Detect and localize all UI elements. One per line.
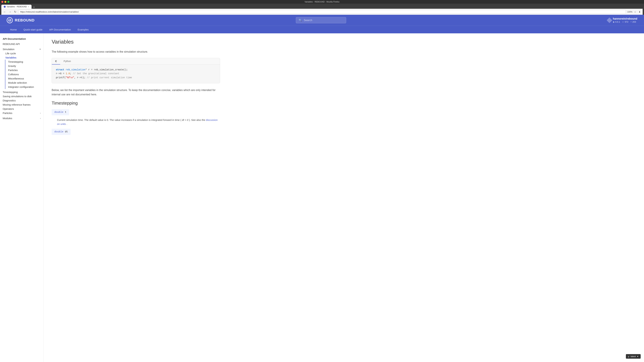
sidebar-section-title: API Documentation — [3, 37, 41, 40]
download-button[interactable]: ⬇ — [638, 10, 641, 13]
tab-label: Variables - REBOUND — [7, 5, 27, 8]
site-logo[interactable]: REBOUND — [7, 17, 34, 23]
user-diamond-icon — [606, 17, 612, 23]
window-controls[interactable] — [1, 1, 10, 3]
forks-info: ⑂ 203 — [630, 21, 636, 23]
timestepping-section-title: Timestepping — [52, 100, 220, 106]
sidebar-item-miscellaneous[interactable]: Miscellaneous — [5, 76, 41, 81]
tab-favicon — [4, 6, 6, 8]
var-t-description: Current simulation time. The default val… — [57, 118, 220, 126]
sidebar-item-timestepping-top[interactable]: Timestepping — [3, 90, 41, 94]
page-title: Variables — [52, 39, 220, 45]
svg-point-0 — [8, 19, 11, 22]
tab-close-button[interactable]: ✕ — [28, 6, 29, 8]
browser-toolbar: ← → ↻ 100% ☆ ⬇ — [1, 9, 643, 15]
code-tabs: C Python struct reb_simulation* r = reb_… — [52, 58, 220, 83]
bookmark-button[interactable]: ☆ — [634, 10, 637, 13]
search-input[interactable] — [304, 19, 343, 22]
fork-icon: ⑂ — [630, 21, 632, 23]
header-right: hannorein/rebound ◈ 4.0.1 ☆ 572 ⑂ 203 — [608, 17, 637, 23]
nav-quickstart[interactable]: Quick-start guide — [20, 26, 46, 33]
browser-chrome: Variables - REBOUND ✕ + ← → ↻ 100% ☆ ⬇ — [0, 4, 644, 15]
star-icon: ☆ — [622, 21, 624, 23]
forward-button[interactable]: → — [8, 10, 12, 14]
logo-svg — [8, 18, 12, 22]
code-type: reb_simulation — [66, 68, 86, 71]
zoom-level: 100% — [627, 11, 632, 13]
sidebar-item-simulation[interactable]: Simulation ▾ — [3, 47, 41, 51]
tab-python[interactable]: Python — [60, 58, 74, 64]
sidebar-item-variables[interactable]: Variables — [3, 55, 41, 60]
repo-meta: ◈ 4.0.1 ☆ 572 ⑂ 203 — [613, 21, 637, 23]
main-content: Variables The following example shows ho… — [44, 33, 228, 362]
address-bar[interactable] — [18, 10, 626, 14]
sidebar-item-diagnostics[interactable]: Diagnostics — [3, 98, 41, 103]
page-intro: The following example shows how to acces… — [52, 50, 220, 54]
forks-count: 203 — [632, 21, 636, 23]
search-icon: 🔍 — [299, 18, 302, 22]
var-t-signature: double t — [52, 109, 69, 115]
stars-count: 572 — [625, 21, 628, 23]
sidebar-item-collisions[interactable]: Collisions — [5, 72, 41, 76]
sidebar-item-particles-sub[interactable]: Particles — [5, 68, 41, 72]
nav-api-docs[interactable]: API Documentation — [46, 26, 74, 33]
code-func: reb_simulation_create — [94, 68, 124, 71]
chevron-right-icon-2: › — [40, 117, 41, 119]
version-icon: ◈ — [613, 21, 614, 23]
code-tab-bar: C Python — [52, 58, 220, 64]
sidebar-item-lifecycle[interactable]: Life cycle — [3, 51, 41, 55]
version-prefix: y: — [628, 355, 630, 358]
version-number: 4.0.1 — [615, 21, 620, 23]
browser-tabs: Variables - REBOUND ✕ + — [1, 5, 643, 9]
sidebar-item-rebound-api[interactable]: REBOUND API — [3, 42, 41, 46]
sidebar-group-rebound-api: REBOUND API — [3, 42, 41, 46]
sidebar-item-operators[interactable]: Operators — [3, 107, 41, 111]
sidebar: API Documentation REBOUND API Simulation… — [0, 33, 44, 362]
var-t-name: t — [65, 111, 66, 114]
close-button[interactable] — [1, 1, 3, 3]
minimize-button[interactable] — [4, 1, 6, 3]
sidebar-item-timestepping[interactable]: Timestepping — [5, 60, 41, 64]
site-title: REBOUND — [15, 18, 34, 22]
sidebar-group-simulation: Simulation ▾ Life cycle Variables Timest… — [3, 47, 41, 89]
sidebar-group-particles: Particles › — [3, 111, 41, 115]
section-below-description: Below, we list the important variables i… — [52, 88, 220, 96]
repo-info: hannorein/rebound ◈ 4.0.1 ☆ 572 ⑂ 203 — [613, 17, 637, 23]
var-dt-name: dt — [65, 130, 68, 133]
site-nav: Home Quick-start guide API Documentation… — [0, 26, 644, 33]
sidebar-item-particles[interactable]: Particles › — [3, 111, 41, 115]
var-dt-signature: double dt — [52, 129, 70, 135]
site-header: REBOUND 🔍 hannorein/rebound ◈ 4.0.1 ☆ 57… — [0, 15, 644, 26]
repo-name: hannorein/rebound — [613, 17, 637, 20]
code-keyword-struct: struct — [56, 68, 64, 71]
search-box[interactable]: 🔍 — [296, 17, 346, 23]
code-line-1: struct reb_simulation* r = reb_simulatio… — [56, 68, 216, 72]
code-line-3: printf("%f\n", r->t); // print current s… — [56, 76, 216, 80]
sidebar-item-module-selection[interactable]: Module selection — [5, 81, 41, 85]
tab-c[interactable]: C — [52, 58, 60, 64]
nav-home[interactable]: Home — [7, 26, 20, 33]
sidebar-item-modules[interactable]: Modules › — [3, 116, 41, 120]
sidebar-item-gravity[interactable]: Gravity — [5, 64, 41, 68]
back-button[interactable]: ← — [3, 10, 7, 14]
chevron-down-icon: ▾ — [40, 48, 41, 50]
sidebar-item-moving-frames[interactable]: Moving reference frames — [3, 103, 41, 107]
window-titlebar: Variables - REBOUND - Mozilla Firefox — [0, 0, 644, 4]
reload-button[interactable]: ↻ — [14, 10, 17, 14]
version-label: latest — [630, 355, 636, 358]
sidebar-item-integrator-config[interactable]: Integrator configuration — [5, 85, 41, 89]
chevron-down-icon: ▼ — [637, 356, 639, 358]
maximize-button[interactable] — [8, 1, 10, 3]
new-tab-button[interactable]: + — [32, 6, 36, 9]
toolbar-actions: 100% ☆ ⬇ — [627, 10, 641, 13]
version-badge[interactable]: y: latest ▼ — [626, 354, 641, 359]
logo-icon — [7, 17, 13, 23]
code-line-2: r->G = 1.0; // Set the gravitational con… — [56, 72, 216, 76]
sidebar-item-saving[interactable]: Saving simulations to disk — [3, 94, 41, 98]
active-tab[interactable]: Variables - REBOUND ✕ — [1, 5, 32, 9]
sidebar-group-modules: Modules › — [3, 116, 41, 120]
chevron-right-icon: › — [40, 112, 41, 114]
nav-examples[interactable]: Examples — [74, 26, 92, 33]
var-t-type: double — [54, 111, 65, 114]
var-dt-type: double — [54, 130, 65, 133]
